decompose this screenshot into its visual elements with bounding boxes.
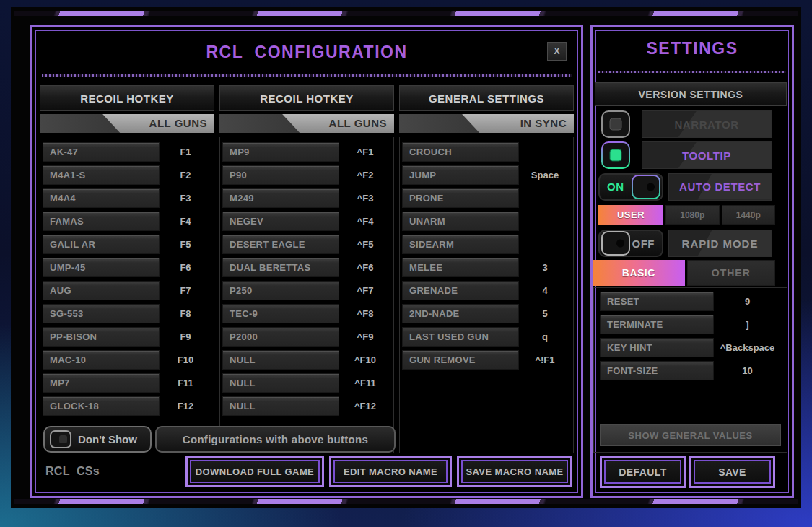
narrator-toggle[interactable] bbox=[601, 110, 630, 138]
general-settings-list: CROUCH JUMP Space PRONE bbox=[399, 137, 574, 453]
gun-name-field[interactable]: P250 bbox=[222, 281, 339, 300]
gun-name-field[interactable]: M4A1-S bbox=[43, 165, 160, 185]
hotkey-row: P2000 ^F9 bbox=[222, 326, 391, 347]
action-name-field[interactable]: UNARM bbox=[402, 212, 519, 231]
hotkey-columns: RECOIL HOTKEY ALL GUNS AK-47 F1 M4A1-S bbox=[40, 85, 574, 453]
hotkey-value: ^F3 bbox=[339, 193, 391, 204]
settings-action-button[interactable]: DEFAULT bbox=[600, 456, 686, 488]
tab-in-sync[interactable]: IN SYNC bbox=[399, 114, 574, 133]
action-name-field[interactable]: JUMP bbox=[402, 165, 519, 185]
gun-name-field[interactable]: SG-553 bbox=[43, 304, 160, 323]
frame-deco-top bbox=[14, 11, 798, 16]
action-name-field[interactable]: SIDEARM bbox=[402, 235, 519, 254]
action-name-field[interactable]: MELEE bbox=[402, 258, 519, 277]
gun-name-field[interactable]: NULL bbox=[222, 373, 339, 393]
narrator-label: NARRATOR bbox=[674, 118, 738, 131]
footer-action-button[interactable]: EDIT MACRO NAME bbox=[329, 456, 452, 487]
gun-name-field[interactable]: P2000 bbox=[222, 327, 339, 347]
resolution-1440p-button[interactable]: 1440p bbox=[722, 205, 776, 225]
gun-name-field[interactable]: DESERT EAGLE bbox=[222, 235, 339, 254]
action-name-field[interactable]: PRONE bbox=[402, 188, 519, 208]
auto-detect-toggle[interactable]: ON bbox=[598, 173, 663, 201]
hotkey-value: 3 bbox=[519, 262, 571, 273]
field-name[interactable]: RESET bbox=[600, 292, 714, 311]
tab-all-guns-1[interactable]: ALL GUNS bbox=[40, 114, 214, 133]
hotkey-value: 5 bbox=[519, 308, 571, 319]
tab-all-guns-2[interactable]: ALL GUNS bbox=[219, 114, 394, 133]
hotkey-value: F7 bbox=[160, 285, 211, 296]
gun-name-field[interactable]: DUAL BERETTAS bbox=[222, 258, 339, 277]
close-button[interactable]: X bbox=[547, 42, 567, 61]
setting-row: SIDEARM bbox=[402, 234, 571, 254]
settings-action-button[interactable]: SAVE bbox=[689, 456, 775, 488]
settings-window: SETTINGS VERSION SETTINGS NARRATOR TOOLT… bbox=[590, 25, 794, 498]
hotkey-value: ^F8 bbox=[339, 308, 391, 319]
window-title: RCL CONFIGURATION bbox=[36, 31, 577, 73]
rapid-mode-toggle[interactable]: OFF bbox=[598, 230, 663, 257]
gun-name-field[interactable]: FAMAS bbox=[43, 212, 160, 231]
hotkey-value: F2 bbox=[160, 170, 211, 180]
field-name[interactable]: KEY HINT bbox=[600, 338, 714, 357]
gun-name-field[interactable]: M4A4 bbox=[43, 188, 160, 208]
version-settings-header: VERSION SETTINGS bbox=[595, 82, 787, 106]
resolution-row: USER 1080p 1440p bbox=[593, 205, 792, 225]
hotkey-row: TEC-9 ^F8 bbox=[222, 303, 391, 323]
rapid-mode-row: OFF RAPID MODE bbox=[593, 229, 792, 258]
auto-detect-label: AUTO DETECT bbox=[679, 180, 761, 193]
action-name-field[interactable]: LAST USED GUN bbox=[402, 327, 519, 347]
action-name-field[interactable]: GRENADE bbox=[402, 281, 519, 300]
gun-name-field[interactable]: MAC-10 bbox=[43, 350, 160, 370]
tooltip-row: TOOLTIP bbox=[593, 141, 792, 170]
column-recoil-hotkey-2: RECOIL HOTKEY ALL GUNS MP9 ^F1 P90 ^F bbox=[219, 85, 394, 453]
hotkey-value: ^F1 bbox=[339, 147, 391, 157]
gun-name-field[interactable]: GALIL AR bbox=[43, 235, 160, 254]
dont-show-row: Don't Show Configurations with above but… bbox=[43, 426, 396, 453]
hotkey-value: ^F5 bbox=[339, 239, 391, 250]
gun-name-field[interactable]: AK-47 bbox=[43, 142, 160, 162]
show-general-values-button[interactable]: SHOW GENERAL VALUES bbox=[600, 424, 781, 446]
gun-name-field[interactable]: M249 bbox=[222, 188, 339, 208]
hotkey-row: UMP-45 F6 bbox=[43, 257, 211, 277]
gun-name-field[interactable]: UMP-45 bbox=[43, 258, 160, 277]
gun-hotkey-list-1: AK-47 F1 M4A1-S F2 M4A4 F3 bbox=[40, 137, 214, 453]
resolution-1080p-button[interactable]: 1080p bbox=[665, 205, 720, 225]
hotkey-value: ^F6 bbox=[339, 262, 391, 273]
hotkey-value: ^F2 bbox=[339, 170, 391, 180]
gun-name-field[interactable]: MP9 bbox=[222, 142, 339, 162]
tooltip-toggle[interactable] bbox=[601, 141, 630, 169]
action-name-field[interactable]: GUN REMOVE bbox=[402, 350, 519, 370]
gun-name-field[interactable]: AUG bbox=[43, 281, 160, 300]
action-name-field[interactable]: 2ND-NADE bbox=[402, 304, 519, 323]
gun-name-field[interactable]: GLOCK-18 bbox=[43, 396, 160, 416]
setting-field-row: FONT-SIZE 10 bbox=[600, 361, 781, 380]
hotkey-row: P250 ^F7 bbox=[222, 280, 391, 300]
hotkey-row: DUAL BERETTAS ^F6 bbox=[222, 257, 391, 277]
hotkey-value: F6 bbox=[160, 262, 211, 273]
field-name[interactable]: TERMINATE bbox=[600, 315, 714, 334]
gun-name-field[interactable]: TEC-9 bbox=[222, 304, 339, 323]
tab-other[interactable]: OTHER bbox=[687, 260, 775, 286]
action-name-field[interactable]: CROUCH bbox=[402, 142, 519, 162]
gun-name-field[interactable]: NULL bbox=[222, 396, 339, 416]
tab-basic[interactable]: BASIC bbox=[593, 260, 685, 286]
hotkey-row: GALIL AR F5 bbox=[43, 234, 211, 254]
gun-name-field[interactable]: NEGEV bbox=[222, 212, 339, 231]
dont-show-checkbox[interactable]: Don't Show bbox=[43, 426, 152, 453]
hotkey-value: ^F11 bbox=[339, 378, 391, 388]
gun-name-field[interactable]: P90 bbox=[222, 165, 339, 185]
footer-action-button[interactable]: DOWNLOAD FULL GAME bbox=[185, 456, 324, 487]
hotkey-value: ^F9 bbox=[339, 331, 391, 342]
setting-field-row: TERMINATE ] bbox=[600, 315, 781, 334]
resolution-user-button[interactable]: USER bbox=[598, 205, 663, 225]
setting-row: LAST USED GUN q bbox=[402, 326, 571, 347]
gun-name-field[interactable]: NULL bbox=[222, 350, 339, 370]
setting-row: GUN REMOVE ^!F1 bbox=[402, 349, 571, 370]
gun-name-field[interactable]: MP7 bbox=[43, 373, 160, 393]
hotkey-value: F8 bbox=[160, 308, 211, 319]
footer-action-button[interactable]: SAVE MACRO NAME bbox=[457, 456, 572, 487]
configurations-button[interactable]: Configurations with above buttons bbox=[155, 426, 396, 453]
hotkey-row: GLOCK-18 F12 bbox=[43, 396, 211, 416]
gun-name-field[interactable]: PP-BISON bbox=[43, 327, 160, 347]
hotkey-row: NULL ^F12 bbox=[222, 396, 391, 416]
field-name[interactable]: FONT-SIZE bbox=[600, 361, 714, 380]
